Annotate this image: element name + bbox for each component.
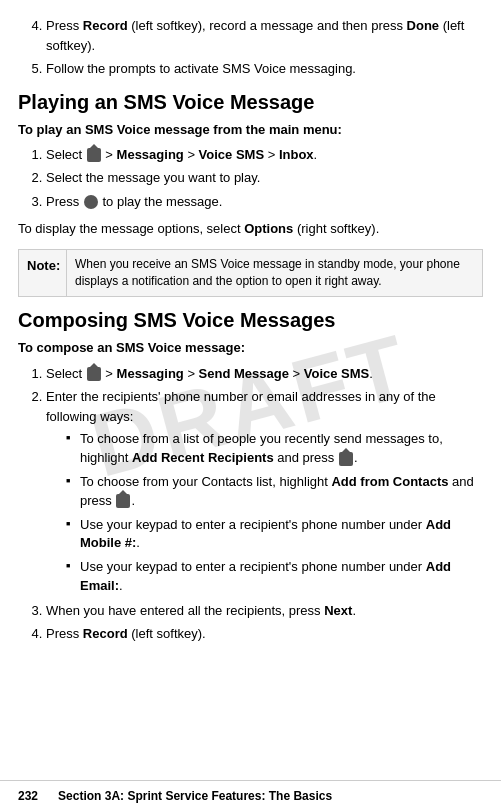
intro-text-composing: To compose an SMS Voice message: [18, 339, 483, 357]
page-footer: 232 Section 3A: Sprint Service Features:… [0, 780, 501, 811]
note-content: When you receive an SMS Voice message in… [67, 250, 482, 297]
composing-steps-list: Select > Messaging > Send Message > Voic… [18, 364, 483, 644]
note-label: Note: [19, 250, 67, 297]
home-icon [87, 148, 101, 162]
home-icon [339, 452, 353, 466]
intro-text-playing: To play an SMS Voice message from the ma… [18, 121, 483, 139]
page-content: Press Record (left softkey), record a me… [18, 16, 483, 692]
section-heading-composing: Composing SMS Voice Messages [18, 307, 483, 333]
home-icon [116, 494, 130, 508]
section-heading-playing: Playing an SMS Voice Message [18, 89, 483, 115]
list-item: When you have entered all the recipients… [46, 601, 483, 621]
list-item: Follow the prompts to activate SMS Voice… [46, 59, 483, 79]
footer-page-number: 232 [18, 789, 38, 803]
sub-list-item: To choose from your Contacts list, highl… [68, 473, 483, 511]
play-icon [84, 195, 98, 209]
list-item: Press Record (left softkey), record a me… [46, 16, 483, 55]
list-item: Enter the recipients' phone number or em… [46, 387, 483, 596]
sub-list-item: Use your keypad to enter a recipient's p… [68, 516, 483, 554]
list-item: Select the message you want to play. [46, 168, 483, 188]
sub-list-item: Use your keypad to enter a recipient's p… [68, 558, 483, 596]
footer-section-text: Section 3A: Sprint Service Features: The… [58, 789, 332, 803]
list-item: Press Record (left softkey). [46, 624, 483, 644]
playing-steps-list: Select > Messaging > Voice SMS > Inbox. … [18, 145, 483, 212]
home-icon [87, 367, 101, 381]
continuation-list: Press Record (left softkey), record a me… [18, 16, 483, 79]
sub-list-item: To choose from a list of people you rece… [68, 430, 483, 468]
recipients-sub-list: To choose from a list of people you rece… [46, 430, 483, 596]
list-item: Select > Messaging > Send Message > Voic… [46, 364, 483, 384]
list-item: Press to play the message. [46, 192, 483, 212]
note-box: Note: When you receive an SMS Voice mess… [18, 249, 483, 298]
display-options-text: To display the message options, select O… [18, 219, 483, 239]
list-item: Select > Messaging > Voice SMS > Inbox. [46, 145, 483, 165]
